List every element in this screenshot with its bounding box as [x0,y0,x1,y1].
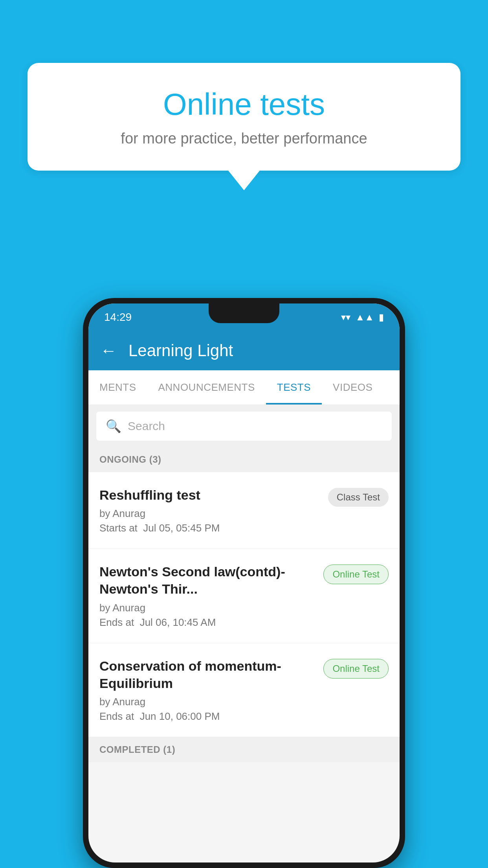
phone-container: 14:29 ▾▾ ▲▲ ▮ ← Learning Light MENTS ANN… [83,298,405,868]
ongoing-section-title: ONGOING (3) [99,454,161,465]
test-item-1[interactable]: Reshuffling test by Anurag Starts at Jul… [88,472,400,549]
search-placeholder: Search [128,419,165,433]
status-icons: ▾▾ ▲▲ ▮ [341,312,384,323]
test-author-1: by Anurag [99,508,320,520]
test-item-2[interactable]: Newton's Second law(contd)-Newton's Thir… [88,549,400,643]
speech-bubble-subtitle: for more practice, better performance [59,130,429,147]
test-date-1: Starts at Jul 05, 05:45 PM [99,522,320,534]
battery-icon: ▮ [379,312,384,323]
back-button[interactable]: ← [100,341,117,360]
test-name-3: Conservation of momentum-Equilibrium [99,657,316,692]
search-icon: 🔍 [106,419,121,434]
test-name-2: Newton's Second law(contd)-Newton's Thir… [99,563,316,598]
signal-icon: ▲▲ [355,312,374,323]
tab-announcements[interactable]: ANNOUNCEMENTS [147,370,266,405]
speech-bubble-tail [228,171,260,190]
completed-section-header: COMPLETED (1) [88,737,400,762]
test-info-2: Newton's Second law(contd)-Newton's Thir… [99,563,316,628]
test-badge-3: Online Test [323,659,389,679]
phone-notch [209,303,279,323]
search-bar[interactable]: 🔍 Search [96,412,392,441]
test-list: Reshuffling test by Anurag Starts at Jul… [88,472,400,737]
search-container: 🔍 Search [88,405,400,447]
test-author-2: by Anurag [99,602,316,614]
test-item-3[interactable]: Conservation of momentum-Equilibrium by … [88,643,400,737]
wifi-icon: ▾▾ [341,312,350,323]
speech-bubble-title: Online tests [59,86,429,122]
tabs-container: MENTS ANNOUNCEMENTS TESTS VIDEOS [88,370,400,405]
test-badge-1: Class Test [328,488,389,507]
phone-outer: 14:29 ▾▾ ▲▲ ▮ ← Learning Light MENTS ANN… [83,298,405,868]
app-title: Learning Light [128,341,233,360]
test-badge-2: Online Test [323,565,389,584]
ongoing-section-header: ONGOING (3) [88,447,400,472]
test-info-1: Reshuffling test by Anurag Starts at Jul… [99,486,320,534]
test-date-2: Ends at Jul 06, 10:45 AM [99,616,316,629]
test-author-3: by Anurag [99,696,316,708]
tab-videos[interactable]: VIDEOS [322,370,383,405]
app-header: ← Learning Light [88,331,400,370]
speech-bubble: Online tests for more practice, better p… [28,63,460,171]
status-time: 14:29 [104,311,132,324]
test-info-3: Conservation of momentum-Equilibrium by … [99,657,316,723]
tab-ments[interactable]: MENTS [88,370,147,405]
phone-screen: 14:29 ▾▾ ▲▲ ▮ ← Learning Light MENTS ANN… [88,303,400,862]
speech-bubble-container: Online tests for more practice, better p… [28,63,460,190]
tab-tests[interactable]: TESTS [266,370,322,405]
test-name-1: Reshuffling test [99,486,320,504]
test-date-3: Ends at Jun 10, 06:00 PM [99,710,316,723]
completed-section-title: COMPLETED (1) [99,744,175,755]
